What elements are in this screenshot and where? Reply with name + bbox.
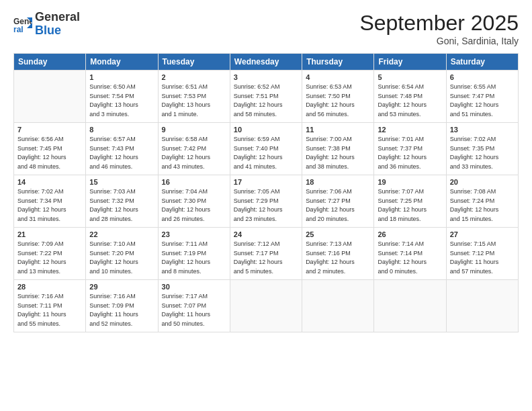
day-number: 14 <box>17 178 82 186</box>
day-number: 16 <box>162 178 226 186</box>
day-info: Sunrise: 7:05 AM Sunset: 7:29 PM Dayligh… <box>234 187 298 224</box>
day-number: 5 <box>378 73 442 81</box>
day-cell: 11Sunrise: 7:00 AM Sunset: 7:38 PM Dayli… <box>302 123 374 175</box>
day-number: 10 <box>234 126 298 134</box>
col-header-sunday: Sunday <box>14 54 86 71</box>
header: Gene ral General Blue September 2025 Gon… <box>13 11 519 46</box>
day-cell <box>14 71 86 123</box>
col-header-friday: Friday <box>374 54 446 71</box>
day-cell: 7Sunrise: 6:56 AM Sunset: 7:45 PM Daylig… <box>14 123 86 175</box>
day-number: 23 <box>162 230 226 238</box>
day-cell: 1Sunrise: 6:50 AM Sunset: 7:54 PM Daylig… <box>86 71 158 123</box>
logo-blue-text: Blue <box>35 24 61 37</box>
day-number: 28 <box>17 283 82 291</box>
week-row-5: 28Sunrise: 7:16 AM Sunset: 7:11 PM Dayli… <box>14 280 519 332</box>
day-number: 24 <box>234 230 298 238</box>
day-number: 19 <box>378 178 442 186</box>
day-cell: 22Sunrise: 7:10 AM Sunset: 7:20 PM Dayli… <box>86 228 158 280</box>
day-info: Sunrise: 7:12 AM Sunset: 7:17 PM Dayligh… <box>234 240 298 276</box>
day-info: Sunrise: 6:56 AM Sunset: 7:45 PM Dayligh… <box>17 135 82 171</box>
day-info: Sunrise: 7:04 AM Sunset: 7:30 PM Dayligh… <box>162 187 226 224</box>
day-cell: 19Sunrise: 7:07 AM Sunset: 7:25 PM Dayli… <box>374 175 446 228</box>
logo: Gene ral General Blue <box>13 11 80 38</box>
day-cell: 28Sunrise: 7:16 AM Sunset: 7:11 PM Dayli… <box>14 280 86 332</box>
logo-text: General Blue <box>35 11 80 38</box>
day-info: Sunrise: 6:57 AM Sunset: 7:43 PM Dayligh… <box>89 135 154 171</box>
day-info: Sunrise: 6:50 AM Sunset: 7:54 PM Dayligh… <box>89 83 154 119</box>
day-cell: 5Sunrise: 6:54 AM Sunset: 7:48 PM Daylig… <box>374 71 446 123</box>
day-info: Sunrise: 7:09 AM Sunset: 7:22 PM Dayligh… <box>17 240 82 276</box>
day-number: 26 <box>378 230 442 238</box>
day-cell: 14Sunrise: 7:02 AM Sunset: 7:34 PM Dayli… <box>14 175 86 228</box>
day-number: 30 <box>162 283 226 291</box>
day-cell: 8Sunrise: 6:57 AM Sunset: 7:43 PM Daylig… <box>86 123 158 175</box>
day-number: 20 <box>450 178 515 186</box>
day-info: Sunrise: 7:08 AM Sunset: 7:24 PM Dayligh… <box>450 187 515 224</box>
day-number: 27 <box>450 230 515 238</box>
day-info: Sunrise: 7:07 AM Sunset: 7:25 PM Dayligh… <box>378 187 442 224</box>
day-cell: 13Sunrise: 7:02 AM Sunset: 7:35 PM Dayli… <box>446 123 518 175</box>
day-info: Sunrise: 7:11 AM Sunset: 7:19 PM Dayligh… <box>162 240 226 276</box>
calendar-table: SundayMondayTuesdayWednesdayThursdayFrid… <box>13 53 519 332</box>
day-cell: 17Sunrise: 7:05 AM Sunset: 7:29 PM Dayli… <box>230 175 302 228</box>
week-row-1: 1Sunrise: 6:50 AM Sunset: 7:54 PM Daylig… <box>14 71 519 123</box>
day-cell: 21Sunrise: 7:09 AM Sunset: 7:22 PM Dayli… <box>14 228 86 280</box>
day-number: 7 <box>17 126 82 134</box>
day-cell: 27Sunrise: 7:15 AM Sunset: 7:12 PM Dayli… <box>446 228 518 280</box>
calendar-header-row: SundayMondayTuesdayWednesdayThursdayFrid… <box>14 54 519 71</box>
col-header-thursday: Thursday <box>302 54 374 71</box>
col-header-monday: Monday <box>86 54 158 71</box>
week-row-4: 21Sunrise: 7:09 AM Sunset: 7:22 PM Dayli… <box>14 228 519 280</box>
day-info: Sunrise: 6:53 AM Sunset: 7:50 PM Dayligh… <box>306 83 370 119</box>
logo-icon: Gene ral <box>13 15 32 34</box>
week-row-2: 7Sunrise: 6:56 AM Sunset: 7:45 PM Daylig… <box>14 123 519 175</box>
day-cell <box>302 280 374 332</box>
title-block: September 2025 Goni, Sardinia, Italy <box>359 11 519 46</box>
day-info: Sunrise: 7:02 AM Sunset: 7:35 PM Dayligh… <box>450 135 515 171</box>
day-info: Sunrise: 7:02 AM Sunset: 7:34 PM Dayligh… <box>17 187 82 224</box>
col-header-tuesday: Tuesday <box>158 54 230 71</box>
day-cell: 4Sunrise: 6:53 AM Sunset: 7:50 PM Daylig… <box>302 71 374 123</box>
day-number: 29 <box>89 283 154 291</box>
day-number: 18 <box>306 178 370 186</box>
day-info: Sunrise: 7:16 AM Sunset: 7:11 PM Dayligh… <box>17 292 82 328</box>
day-cell: 3Sunrise: 6:52 AM Sunset: 7:51 PM Daylig… <box>230 71 302 123</box>
day-cell: 25Sunrise: 7:13 AM Sunset: 7:16 PM Dayli… <box>302 228 374 280</box>
day-number: 3 <box>234 73 298 81</box>
day-info: Sunrise: 7:00 AM Sunset: 7:38 PM Dayligh… <box>306 135 370 171</box>
day-info: Sunrise: 6:55 AM Sunset: 7:47 PM Dayligh… <box>450 83 515 119</box>
day-cell <box>374 280 446 332</box>
day-info: Sunrise: 7:15 AM Sunset: 7:12 PM Dayligh… <box>450 240 515 276</box>
day-cell: 12Sunrise: 7:01 AM Sunset: 7:37 PM Dayli… <box>374 123 446 175</box>
day-cell: 16Sunrise: 7:04 AM Sunset: 7:30 PM Dayli… <box>158 175 230 228</box>
col-header-saturday: Saturday <box>446 54 518 71</box>
day-info: Sunrise: 7:10 AM Sunset: 7:20 PM Dayligh… <box>89 240 154 276</box>
day-cell: 6Sunrise: 6:55 AM Sunset: 7:47 PM Daylig… <box>446 71 518 123</box>
day-info: Sunrise: 7:03 AM Sunset: 7:32 PM Dayligh… <box>89 187 154 224</box>
day-info: Sunrise: 7:13 AM Sunset: 7:16 PM Dayligh… <box>306 240 370 276</box>
day-cell: 9Sunrise: 6:58 AM Sunset: 7:42 PM Daylig… <box>158 123 230 175</box>
day-info: Sunrise: 7:01 AM Sunset: 7:37 PM Dayligh… <box>378 135 442 171</box>
day-cell: 30Sunrise: 7:17 AM Sunset: 7:07 PM Dayli… <box>158 280 230 332</box>
day-cell: 18Sunrise: 7:06 AM Sunset: 7:27 PM Dayli… <box>302 175 374 228</box>
col-header-wednesday: Wednesday <box>230 54 302 71</box>
day-cell: 2Sunrise: 6:51 AM Sunset: 7:53 PM Daylig… <box>158 71 230 123</box>
day-cell: 26Sunrise: 7:14 AM Sunset: 7:14 PM Dayli… <box>374 228 446 280</box>
day-number: 4 <box>306 73 370 81</box>
logo-general-text: General <box>35 10 80 24</box>
day-info: Sunrise: 6:51 AM Sunset: 7:53 PM Dayligh… <box>162 83 226 119</box>
day-number: 1 <box>89 73 154 81</box>
day-cell: 29Sunrise: 7:16 AM Sunset: 7:09 PM Dayli… <box>86 280 158 332</box>
day-cell: 20Sunrise: 7:08 AM Sunset: 7:24 PM Dayli… <box>446 175 518 228</box>
day-cell <box>230 280 302 332</box>
day-number: 8 <box>89 126 154 134</box>
day-number: 2 <box>162 73 226 81</box>
day-number: 22 <box>89 230 154 238</box>
svg-text:ral: ral <box>13 25 24 34</box>
day-number: 25 <box>306 230 370 238</box>
day-number: 6 <box>450 73 515 81</box>
day-number: 17 <box>234 178 298 186</box>
day-cell: 15Sunrise: 7:03 AM Sunset: 7:32 PM Dayli… <box>86 175 158 228</box>
day-cell: 24Sunrise: 7:12 AM Sunset: 7:17 PM Dayli… <box>230 228 302 280</box>
day-number: 11 <box>306 126 370 134</box>
